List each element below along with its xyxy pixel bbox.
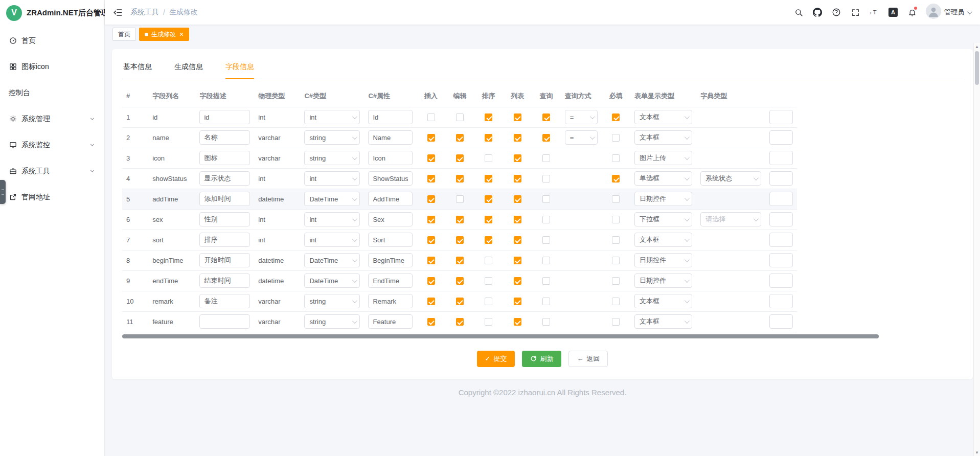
- checkbox-insert[interactable]: [427, 318, 435, 326]
- cs-prop-input[interactable]: [368, 212, 412, 226]
- close-icon[interactable]: ×: [179, 31, 184, 38]
- user-menu[interactable]: 管理员: [926, 4, 971, 21]
- checkbox-sort[interactable]: [485, 318, 492, 326]
- extra-input[interactable]: [769, 212, 793, 226]
- checkbox-edit[interactable]: [456, 257, 464, 264]
- checkbox-edit[interactable]: [456, 298, 464, 305]
- checkbox-edit[interactable]: [456, 236, 464, 244]
- vertical-scrollbar[interactable]: ▲ ▼: [973, 43, 980, 456]
- checkbox-edit[interactable]: [456, 318, 464, 326]
- extra-input[interactable]: [769, 233, 793, 247]
- dict-type-select[interactable]: 请选择: [700, 212, 761, 226]
- checkbox-list[interactable]: [514, 236, 521, 244]
- checkbox-sort[interactable]: [485, 154, 492, 162]
- checkbox-edit[interactable]: [456, 154, 464, 162]
- checkbox-list[interactable]: [514, 134, 521, 142]
- checkbox-insert[interactable]: [427, 257, 435, 264]
- translate-icon[interactable]: A: [888, 7, 898, 17]
- checkbox-edit[interactable]: [456, 216, 464, 223]
- cs-type-select[interactable]: string: [304, 294, 360, 308]
- font-size-icon[interactable]: TT: [869, 7, 879, 17]
- sidebar-item-4[interactable]: 系统监控: [0, 132, 104, 158]
- cs-type-select[interactable]: int: [304, 212, 360, 226]
- app-logo[interactable]: V ZRAdmin.NET后台管理: [0, 0, 104, 26]
- field-desc-input[interactable]: [199, 192, 250, 206]
- dict-type-select[interactable]: 系统状态: [700, 171, 761, 186]
- display-type-select[interactable]: 文本框: [634, 110, 692, 124]
- cs-type-select[interactable]: DateTime: [304, 253, 360, 267]
- checkbox-sort[interactable]: [485, 175, 492, 183]
- checkbox-insert[interactable]: [427, 134, 435, 142]
- cs-prop-input[interactable]: [368, 233, 412, 247]
- checkbox-sort[interactable]: [485, 236, 492, 244]
- search-icon[interactable]: [793, 7, 804, 17]
- cs-type-select[interactable]: DateTime: [304, 192, 360, 206]
- tag-active[interactable]: 生成修改×: [139, 28, 189, 41]
- display-type-select[interactable]: 日期控件: [634, 192, 692, 206]
- checkbox-required[interactable]: [612, 318, 620, 326]
- checkbox-list[interactable]: [514, 195, 521, 203]
- cs-type-select[interactable]: int: [304, 233, 360, 247]
- cs-type-select[interactable]: string: [304, 130, 360, 145]
- checkbox-query[interactable]: [542, 113, 550, 121]
- field-desc-input[interactable]: [199, 212, 250, 226]
- display-type-select[interactable]: 下拉框: [634, 212, 692, 226]
- cs-prop-input[interactable]: [368, 273, 412, 288]
- sidebar-collapse-icon[interactable]: [112, 7, 123, 18]
- field-desc-input[interactable]: [199, 130, 250, 145]
- display-type-select[interactable]: 日期控件: [634, 253, 692, 267]
- checkbox-required[interactable]: [612, 113, 620, 121]
- field-desc-input[interactable]: [199, 253, 250, 267]
- extra-input[interactable]: [769, 314, 793, 329]
- checkbox-required[interactable]: [612, 175, 620, 183]
- display-type-select[interactable]: 文本框: [634, 314, 692, 329]
- checkbox-query[interactable]: [542, 318, 550, 326]
- field-desc-input[interactable]: [199, 233, 250, 247]
- checkbox-sort[interactable]: [485, 216, 492, 223]
- checkbox-sort[interactable]: [485, 134, 492, 142]
- checkbox-edit[interactable]: [456, 113, 464, 121]
- cs-prop-input[interactable]: [368, 171, 412, 186]
- field-desc-input[interactable]: [199, 151, 250, 165]
- scroll-down-arrow[interactable]: ▼: [974, 449, 980, 456]
- display-type-select[interactable]: 日期控件: [634, 273, 692, 288]
- horizontal-scrollbar-thumb[interactable]: [122, 334, 879, 338]
- checkbox-list[interactable]: [514, 113, 521, 121]
- checkbox-insert[interactable]: [427, 216, 435, 223]
- field-desc-input[interactable]: [199, 273, 250, 288]
- checkbox-list[interactable]: [514, 154, 521, 162]
- checkbox-query[interactable]: [542, 134, 550, 142]
- cs-prop-input[interactable]: [368, 151, 412, 165]
- checkbox-insert[interactable]: [427, 195, 435, 203]
- sidebar-item-6[interactable]: 官网地址: [0, 184, 104, 210]
- display-type-select[interactable]: 文本框: [634, 294, 692, 308]
- query-mode-select[interactable]: =: [565, 130, 598, 145]
- checkbox-required[interactable]: [612, 154, 620, 162]
- field-desc-input[interactable]: [199, 314, 250, 329]
- bell-icon[interactable]: [907, 7, 917, 17]
- cs-type-select[interactable]: int: [304, 110, 360, 124]
- display-type-select[interactable]: 单选框: [634, 171, 692, 186]
- checkbox-edit[interactable]: [456, 195, 464, 203]
- sidebar-item-3[interactable]: 系统管理: [0, 106, 104, 132]
- checkbox-sort[interactable]: [485, 195, 492, 203]
- field-desc-input[interactable]: [199, 294, 250, 308]
- checkbox-required[interactable]: [612, 216, 620, 223]
- checkbox-list[interactable]: [514, 318, 521, 326]
- fullscreen-icon[interactable]: [850, 7, 860, 17]
- checkbox-required[interactable]: [612, 236, 620, 244]
- extra-input[interactable]: [769, 273, 793, 288]
- sidebar-item-5[interactable]: 系统工具: [0, 158, 104, 184]
- checkbox-sort[interactable]: [485, 257, 492, 264]
- checkbox-insert[interactable]: [427, 298, 435, 305]
- checkbox-edit[interactable]: [456, 134, 464, 142]
- tab-1[interactable]: 生成信息: [174, 59, 203, 79]
- github-icon[interactable]: [812, 7, 823, 17]
- checkbox-insert[interactable]: [427, 154, 435, 162]
- extra-input[interactable]: [769, 253, 793, 267]
- checkbox-required[interactable]: [612, 298, 620, 305]
- extra-input[interactable]: [769, 130, 793, 145]
- extra-input[interactable]: [769, 192, 793, 206]
- extra-input[interactable]: [769, 151, 793, 165]
- extra-input[interactable]: [769, 294, 793, 308]
